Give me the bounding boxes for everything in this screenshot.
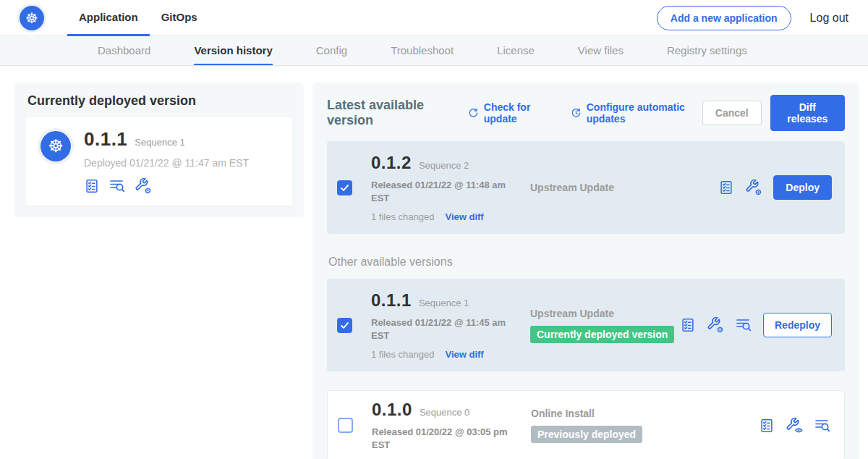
- subnav-item-config[interactable]: Config: [316, 36, 347, 65]
- version-row-0-1-0: 0.1.0 Sequence 0 Released 01/20/22 @ 03:…: [327, 390, 845, 459]
- redeploy-button[interactable]: Redeploy: [763, 313, 832, 337]
- edit-config-icon[interactable]: [135, 177, 152, 195]
- top-nav: ☸ Application GitOps Add a new applicati…: [0, 0, 868, 36]
- preflight-checklist-icon[interactable]: [718, 180, 734, 195]
- version-checkbox[interactable]: [337, 180, 352, 195]
- currently-deployed-badge: Currently deployed version: [530, 326, 674, 343]
- previously-deployed-badge: Previously deployed: [531, 426, 642, 443]
- row-sequence-label: Sequence 1: [419, 298, 469, 308]
- row-version-number: 0.1.2: [371, 153, 412, 173]
- row-source-type: Online Install: [531, 408, 759, 419]
- deploy-logs-icon[interactable]: [735, 316, 752, 334]
- app-logo-icon: ☸: [38, 128, 74, 164]
- view-diff-link[interactable]: View diff: [445, 349, 483, 360]
- edit-config-icon[interactable]: [707, 316, 724, 334]
- refresh-icon: [468, 106, 479, 119]
- subnav-item-version-history[interactable]: Version history: [194, 36, 272, 65]
- row-sequence-label: Sequence 0: [420, 407, 469, 418]
- version-row-0-1-1: 0.1.1 Sequence 1 Released 01/21/22 @ 11:…: [327, 279, 845, 371]
- row-released-timestamp: Released 01/20/22 @ 03:05 pm EST: [372, 426, 516, 451]
- latest-available-title: Latest available version: [327, 98, 449, 128]
- kubernetes-logo-icon: ☸: [20, 6, 44, 30]
- deployed-version-number: 0.1.1: [84, 128, 127, 151]
- currently-deployed-title: Currently deployed version: [27, 93, 292, 109]
- row-sequence-label: Sequence 2: [419, 160, 469, 171]
- version-checkbox[interactable]: [338, 418, 353, 433]
- subnav-item-troubleshoot[interactable]: Troubleshoot: [391, 36, 454, 65]
- deploy-button[interactable]: Deploy: [773, 175, 832, 200]
- check-for-update-link[interactable]: Check for update: [468, 101, 552, 125]
- files-changed-label: 1 files changed: [371, 349, 434, 360]
- clock-refresh-icon: [571, 106, 582, 119]
- row-released-timestamp: Released 01/21/22 @ 11:48 am EST: [371, 179, 516, 204]
- row-released-timestamp: Released 01/21/22 @ 11:45 am EST: [371, 316, 516, 342]
- row-source-type: Upstream Update: [530, 182, 718, 193]
- version-row-0-1-2: 0.1.2 Sequence 2 Released 01/21/22 @ 11:…: [327, 141, 845, 234]
- preflight-checklist-icon[interactable]: [680, 317, 696, 333]
- edit-config-icon[interactable]: [745, 179, 762, 196]
- deployed-timestamp: Deployed 01/21/22 @ 11:47 am EST: [84, 157, 249, 169]
- diff-releases-button[interactable]: Diff releases: [770, 95, 845, 131]
- preflight-checklist-icon[interactable]: [759, 418, 775, 434]
- deployed-sequence-label: Sequence 1: [135, 137, 184, 148]
- deploy-logs-icon[interactable]: [814, 417, 831, 434]
- tab-gitops[interactable]: GitOps: [150, 0, 209, 36]
- deploy-logs-icon[interactable]: [109, 177, 126, 195]
- top-nav-tabs: Application GitOps: [67, 0, 209, 36]
- subnav-item-dashboard[interactable]: Dashboard: [98, 36, 150, 65]
- files-changed-label: 1 files changed: [371, 211, 434, 222]
- cancel-button[interactable]: Cancel: [702, 101, 762, 125]
- other-versions-label: Other available versions: [328, 256, 845, 269]
- subnav-item-license[interactable]: License: [497, 36, 535, 65]
- tab-application[interactable]: Application: [67, 0, 150, 36]
- row-version-number: 0.1.1: [371, 290, 412, 311]
- latest-available-panel: Latest available version Check for updat…: [312, 83, 859, 459]
- configure-automatic-updates-link[interactable]: Configure automatic updates: [571, 101, 702, 125]
- subnav-item-view-files[interactable]: View files: [578, 36, 624, 65]
- preflight-checklist-icon[interactable]: [84, 178, 100, 194]
- logout-button[interactable]: Log out: [810, 12, 848, 25]
- view-diff-link[interactable]: View diff: [445, 211, 483, 222]
- version-checkbox[interactable]: [337, 318, 352, 333]
- view-config-icon[interactable]: [786, 417, 803, 434]
- subnav-item-registry-settings[interactable]: Registry settings: [667, 36, 747, 65]
- app-sub-nav: Dashboard Version history Config Trouble…: [0, 36, 868, 66]
- row-source-type: Upstream Update: [530, 308, 680, 319]
- currently-deployed-panel: Currently deployed version ☸ 0.1.1 Seque…: [14, 83, 304, 217]
- row-version-number: 0.1.0: [372, 400, 412, 420]
- add-application-button[interactable]: Add a new application: [657, 6, 791, 30]
- currently-deployed-card: ☸ 0.1.1 Sequence 1 Deployed 01/21/22 @ 1…: [26, 117, 292, 206]
